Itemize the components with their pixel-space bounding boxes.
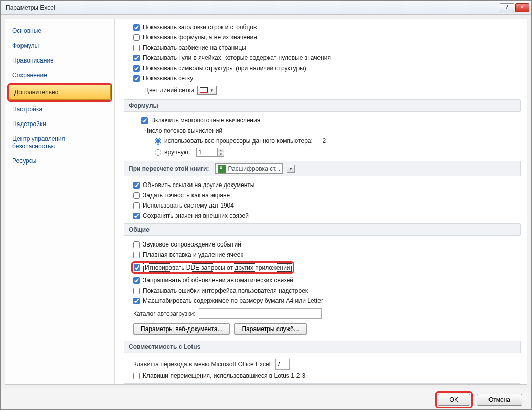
sidebar-item-save[interactable]: Сохранение [7, 68, 112, 83]
content-area: Основные Формулы Правописание Сохранение… [5, 19, 527, 385]
spin-up-icon[interactable]: ▲ [218, 148, 224, 152]
chk-save-ext[interactable] [133, 213, 140, 219]
startup-folder-input[interactable] [199, 308, 322, 319]
chk-1904[interactable] [133, 202, 140, 209]
lbl-show-formulas: Показывать формулы, а не их значения [143, 34, 257, 41]
titlebar: Параметры Excel ? ✕ [1, 1, 531, 15]
excel-book-icon [218, 165, 226, 173]
lbl-lotus-keys: Клавиши перемещения, использовавшиеся в … [143, 372, 305, 379]
chk-show-formulas[interactable] [133, 34, 140, 41]
lbl-menu-key: Клавиша перехода в меню Microsoft Office… [133, 361, 272, 368]
lbl-manual: вручную [164, 149, 188, 156]
lbl-scale-a4: Масштабировать содержимое по размеру бум… [143, 297, 323, 304]
radio-manual[interactable] [155, 149, 161, 156]
dde-highlight: Игнорировать DDE-запросы от других прило… [131, 261, 294, 274]
chk-outline[interactable] [133, 65, 140, 72]
chk-lotus-keys[interactable] [133, 373, 140, 379]
chk-show-headers[interactable] [133, 24, 140, 31]
chk-multithread[interactable] [141, 117, 148, 124]
lbl-page-breaks: Показывать разбиение на страницы [143, 44, 246, 51]
service-params-button[interactable]: Параметры служб... [234, 323, 306, 335]
lbl-save-ext: Сохранять значения внешних связей [143, 212, 249, 219]
sidebar-item-formulas[interactable]: Формулы [7, 38, 112, 53]
lbl-ignore-dde: Игнорировать DDE-запросы от других прило… [143, 263, 292, 272]
lbl-grid-color: Цвет линий сетки [144, 87, 194, 94]
spin-threads[interactable]: ▲▼ [196, 148, 224, 157]
section-lotus-compat: Совместимость с Lotus [124, 341, 521, 353]
sidebar-item-trust[interactable]: Центр управления безопасностью [7, 132, 112, 153]
color-swatch-icon [200, 87, 208, 93]
spin-down-icon[interactable]: ▼ [218, 152, 224, 156]
lbl-addin-errors: Показывать ошибки интерфейса пользовател… [143, 287, 308, 294]
lbl-outline: Показывать символы структуры (при наличи… [143, 65, 306, 72]
window-title: Параметры Excel [3, 4, 500, 11]
section-general: Общие [124, 223, 521, 236]
sidebar-item-resources[interactable]: Ресурсы [7, 154, 112, 168]
section-recalc: При пересчете этой книги: Расшифровка ст… [124, 161, 521, 176]
lbl-precision: Задать точность как на экране [143, 192, 230, 199]
sidebar-item-main[interactable]: Основные [7, 24, 112, 38]
lbl-show-grid: Показывать сетку [143, 75, 193, 82]
lbl-sound: Звуковое сопровождение событий [143, 241, 241, 248]
excel-options-window: Параметры Excel ? ✕ Основные Формулы Пра… [0, 0, 532, 410]
lbl-all-proc: использовать все процессоры данного комп… [164, 137, 313, 145]
chk-page-breaks[interactable] [133, 45, 140, 51]
lbl-smooth: Плавная вставка и удаление ячеек [143, 251, 243, 258]
lbl-show-headers: Показывать заголовки строк и столбцов [143, 24, 257, 31]
chk-ignore-dde[interactable] [134, 264, 140, 271]
lbl-startup-folder: Каталог автозагрузки: [133, 310, 196, 317]
chk-show-zero[interactable] [133, 55, 140, 61]
chk-addin-errors[interactable] [133, 288, 140, 294]
lbl-ask-update: Запрашивать об обновлении автоматических… [143, 277, 293, 284]
lbl-thread-count: Число потоков вычислений [144, 127, 222, 134]
sidebar-item-proofing[interactable]: Правописание [7, 53, 112, 68]
help-button[interactable]: ? [500, 3, 514, 12]
section-formulas: Формулы [124, 99, 521, 112]
proc-count: 2 [323, 137, 326, 145]
sidebar: Основные Формулы Правописание Сохранение… [5, 19, 115, 384]
ok-highlight: OK [435, 391, 473, 408]
recalc-book-select[interactable]: Расшифровка ст... [215, 163, 283, 174]
cancel-button[interactable]: Отмена [477, 394, 522, 406]
sidebar-item-addins[interactable]: Надстройки [7, 117, 112, 131]
menu-key-input[interactable] [275, 359, 290, 370]
chk-scale-a4[interactable] [133, 298, 140, 304]
spin-threads-input[interactable] [197, 148, 217, 156]
main-panel: Показывать заголовки строк и столбцов По… [115, 19, 527, 384]
chk-precision[interactable] [133, 192, 140, 199]
chk-sound[interactable] [133, 241, 140, 248]
lbl-show-zero: Показывать нули в ячейках, которые содер… [143, 54, 331, 61]
sidebar-item-customize[interactable]: Настройка [7, 102, 112, 116]
radio-all-proc[interactable] [155, 138, 161, 145]
lbl-1904: Использовать систему дат 1904 [143, 202, 234, 209]
web-params-button[interactable]: Параметры веб-документа... [133, 323, 230, 335]
lbl-multithread: Включить многопоточные вычисления [151, 117, 260, 124]
sidebar-item-advanced[interactable]: Дополнительно [9, 85, 111, 100]
chk-show-grid[interactable] [133, 75, 140, 82]
section-lotus-params: Параметры совместимости с Lotus для: Лис… [124, 383, 521, 384]
sidebar-highlight: Дополнительно [7, 83, 112, 102]
lbl-update-links: Обновить ссылки на другие документы [143, 181, 254, 189]
close-button[interactable]: ✕ [515, 3, 529, 12]
chk-ask-update[interactable] [133, 277, 140, 284]
recalc-book-drop[interactable]: ▼ [287, 165, 295, 173]
ok-button[interactable]: OK [438, 394, 470, 406]
footer: OK Отмена [1, 389, 531, 409]
grid-color-picker[interactable]: ▼ [197, 86, 217, 95]
chk-update-links[interactable] [133, 182, 140, 189]
chk-smooth[interactable] [133, 252, 140, 258]
